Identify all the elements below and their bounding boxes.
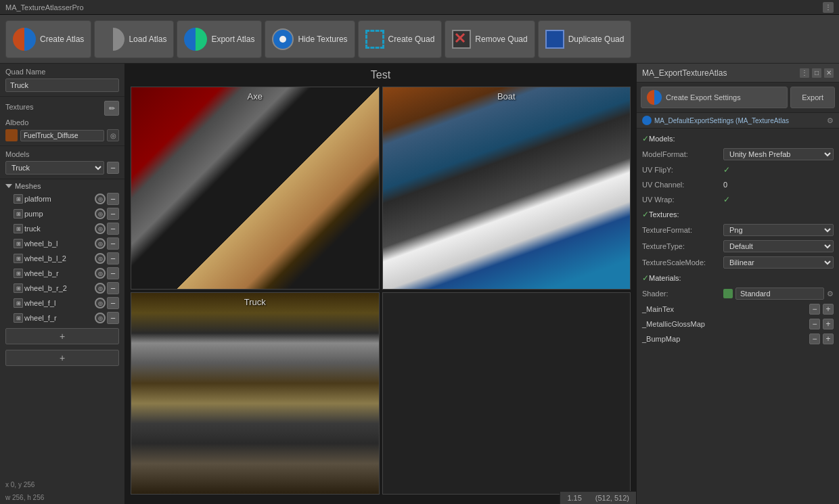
- models-row: Truck −: [5, 161, 119, 175]
- zoom-level: 1.15: [567, 494, 581, 502]
- pencil-button[interactable]: ✏: [104, 101, 119, 116]
- mesh-remove-button[interactable]: −: [107, 208, 119, 220]
- texture-format-key: TextureFormat:: [642, 226, 723, 234]
- remove-quad-icon: [452, 30, 471, 49]
- create-atlas-button[interactable]: Create Atlas: [5, 20, 91, 58]
- hide-textures-icon: [272, 28, 294, 50]
- mesh-item[interactable]: ⊞ wheel_f_l ◎ −: [0, 296, 124, 311]
- axe-texture: [131, 87, 379, 289]
- quad-truck[interactable]: Truck: [131, 292, 380, 495]
- export-atlas-label: Export Atlas: [211, 35, 254, 44]
- mesh-target-button[interactable]: ◎: [95, 298, 106, 308]
- create-export-icon: [647, 90, 662, 105]
- quad-boat[interactable]: Boat: [382, 87, 631, 290]
- load-atlas-button[interactable]: Load Atlas: [94, 20, 174, 58]
- texture-type-row: TextureType: Default: [637, 238, 839, 254]
- uv-channel-val: 0: [723, 181, 834, 189]
- mesh-remove-button[interactable]: −: [107, 267, 119, 279]
- duplicate-quad-button[interactable]: Duplicate Quad: [538, 20, 632, 58]
- panel-maximize-button[interactable]: □: [812, 68, 821, 78]
- shader-key: Shader:: [642, 290, 723, 298]
- hide-textures-button[interactable]: Hide Textures: [265, 20, 355, 58]
- mesh-target-button[interactable]: ◎: [95, 223, 106, 234]
- model-format-key: ModelFormat:: [642, 150, 723, 158]
- panel-close-button[interactable]: ✕: [824, 68, 834, 78]
- export-button[interactable]: Export: [790, 87, 835, 108]
- maintex-plus-button[interactable]: +: [823, 304, 834, 315]
- quad-name-input[interactable]: [5, 78, 119, 92]
- mesh-item[interactable]: ⊞ wheel_f_r ◎ −: [0, 311, 124, 325]
- albedo-texture-name: FuelTruck_Diffuse: [20, 130, 104, 141]
- mesh-remove-button[interactable]: −: [107, 252, 119, 265]
- truck-texture: [131, 293, 379, 495]
- export-label: Export: [802, 93, 823, 101]
- mesh-item[interactable]: ⊞ truck ◎ −: [0, 221, 124, 236]
- mesh-grid-icon: ⊞: [14, 239, 23, 248]
- mesh-target-button[interactable]: ◎: [95, 193, 106, 204]
- mesh-item[interactable]: ⊞ wheel_b_r_2 ◎ −: [0, 281, 124, 296]
- bumpmap-plus-button[interactable]: +: [823, 334, 834, 344]
- model-format-select[interactable]: Unity Mesh Prefab: [723, 148, 834, 160]
- mesh-target-button[interactable]: ◎: [95, 268, 106, 279]
- create-export-settings-button[interactable]: Create Export Settings: [641, 87, 788, 108]
- quad-empty[interactable]: [382, 292, 631, 495]
- model-select[interactable]: Truck: [5, 161, 104, 175]
- mesh-target-button[interactable]: ◎: [95, 238, 106, 249]
- add-mesh-button[interactable]: +: [5, 328, 119, 344]
- mesh-target-button[interactable]: ◎: [95, 313, 106, 323]
- metallic-minus-button[interactable]: −: [809, 319, 820, 329]
- create-atlas-label: Create Atlas: [40, 35, 84, 44]
- quad-name-label: Quad Name: [5, 68, 119, 76]
- mesh-remove-button[interactable]: −: [107, 312, 119, 324]
- mesh-item[interactable]: ⊞ wheel_b_r ◎ −: [0, 266, 124, 281]
- mesh-item[interactable]: ⊞ wheel_b_l ◎ −: [0, 236, 124, 251]
- add-item-button[interactable]: +: [5, 350, 119, 366]
- load-atlas-label: Load Atlas: [129, 35, 166, 44]
- title-bar-dots[interactable]: ⋮: [823, 2, 834, 13]
- metallic-plus-button[interactable]: +: [823, 319, 834, 329]
- mesh-item[interactable]: ⊞ wheel_b_l_2 ◎ −: [0, 251, 124, 266]
- mesh-grid-icon: ⊞: [14, 194, 23, 204]
- quad-axe[interactable]: Axe: [131, 87, 380, 290]
- mesh-target-button[interactable]: ◎: [95, 253, 106, 264]
- uv-flipy-row: UV FlipY: ✓: [637, 162, 839, 177]
- create-quad-button[interactable]: Create Quad: [358, 20, 443, 58]
- mesh-grid-icon: ⊞: [14, 209, 23, 219]
- model-remove-button[interactable]: −: [107, 162, 119, 174]
- right-panel: MA_ExportTextureAtlas ⋮ □ ✕ Create Expor…: [636, 64, 839, 504]
- mesh-remove-button[interactable]: −: [107, 193, 119, 205]
- uv-flipy-check: ✓: [723, 165, 730, 175]
- texture-type-key: TextureType:: [642, 242, 723, 250]
- albedo-target-button[interactable]: ◎: [107, 129, 119, 141]
- mesh-target-button[interactable]: ◎: [95, 208, 106, 219]
- shader-gear-button[interactable]: ⚙: [827, 290, 834, 298]
- texture-format-select[interactable]: Png: [723, 224, 834, 236]
- mesh-remove-button[interactable]: −: [107, 223, 119, 235]
- panel-controls: ⋮ □ ✕: [800, 68, 834, 78]
- models-label: Models: [5, 150, 119, 158]
- shader-button[interactable]: Standard: [735, 288, 824, 300]
- texture-type-select[interactable]: Default: [723, 240, 834, 252]
- models-section-header: ✓ Models:: [637, 131, 839, 146]
- mesh-item[interactable]: ⊞ platform ◎ −: [0, 191, 124, 206]
- remove-quad-button[interactable]: Remove Quad: [445, 20, 535, 58]
- panel-menu-button[interactable]: ⋮: [800, 68, 809, 78]
- mesh-remove-button[interactable]: −: [107, 282, 119, 294]
- mesh-remove-button[interactable]: −: [107, 297, 119, 309]
- quad-truck-label: Truck: [244, 297, 266, 307]
- bumpmap-minus-button[interactable]: −: [809, 334, 820, 344]
- settings-gear-button[interactable]: ⚙: [827, 116, 834, 125]
- quad-axe-label: Axe: [248, 91, 263, 101]
- mesh-target-button[interactable]: ◎: [95, 283, 106, 294]
- quads-grid: Axe Boat Truck: [125, 87, 636, 500]
- mesh-item[interactable]: ⊞ pump ◎ −: [0, 206, 124, 221]
- mesh-grid-icon: ⊞: [14, 254, 23, 263]
- mesh-remove-button[interactable]: −: [107, 237, 119, 250]
- meshes-triangle-icon: [5, 184, 12, 188]
- export-atlas-button[interactable]: Export Atlas: [177, 20, 262, 58]
- textures-section: Textures ✏ Albedo FuelTruck_Diffuse ◎: [0, 97, 124, 146]
- texture-scale-key: TextureScaleMode:: [642, 258, 723, 267]
- models-check: ✓: [642, 134, 649, 143]
- texture-scale-select[interactable]: Bilinear: [723, 256, 834, 269]
- maintex-minus-button[interactable]: −: [809, 304, 820, 315]
